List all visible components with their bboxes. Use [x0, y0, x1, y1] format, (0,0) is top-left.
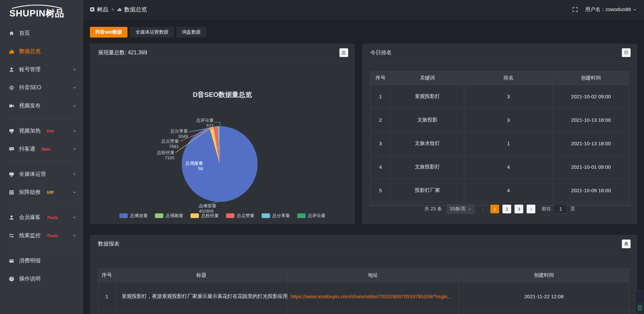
sidebar-item-spend-detail[interactable]: 消费明细	[0, 252, 83, 270]
sliders-icon	[9, 233, 14, 239]
chevron-down-icon	[72, 147, 76, 151]
sidebar-item-label: 线索监控	[19, 232, 41, 239]
video-link[interactable]: https://www.iesdouyin.com/share/video/70…	[287, 282, 459, 311]
table-view-button[interactable]: 表	[622, 240, 631, 248]
pie-chart-title: D音SEO数据量总览	[90, 90, 355, 99]
sidebar-item-label: 会员爆客	[19, 214, 41, 221]
pie-label-shares: 总分享量 3049	[170, 128, 188, 139]
sidebar-item-video-heat[interactable]: 视频加热 Hot	[0, 122, 83, 140]
sidebar-item-label: 视频发布	[19, 102, 41, 109]
legend-item-fans[interactable]: 总粉丝量	[191, 213, 219, 219]
sidebar-item-help[interactable]: ? 操作说明	[0, 270, 83, 288]
sidebar-item-label: 数据总览	[19, 48, 41, 55]
bar-chart-icon	[117, 7, 122, 12]
sidebar-menu: 首页 数据总览 账号管理 抖音SEO 视频发布 视频加热 Hot	[0, 24, 83, 288]
table-row[interactable]: 3 文旅水纹灯 1 2021-10-13 18:00	[371, 132, 629, 155]
prev-page-button[interactable]: ‹	[478, 205, 487, 213]
breadcrumb: 树品 > 数据总览	[90, 6, 147, 13]
rank-panel-header: 今日排名 日	[362, 44, 637, 62]
overview-panel: 展现量总数: 421,369 总 D音SEO数据量总览 总评论量 572 总分享…	[90, 44, 355, 224]
sidebar-item-lead-monitor[interactable]: 线索监控 Tools	[0, 226, 83, 245]
tab-douyin-seo-data[interactable]: 抖音seo数据	[90, 27, 127, 38]
page-button-2[interactable]: 2	[502, 205, 511, 213]
breadcrumb-page[interactable]: 数据总览	[117, 6, 147, 13]
monitor-icon	[9, 171, 14, 177]
video-title-cell: 景观投影灯，夜游景观投影灯厂家展示展示落花灯在花园里的灯光投影应用效果 #...	[116, 282, 287, 311]
table-row[interactable]: 5 投影灯厂家 4 2021-10-09 18:00	[371, 179, 629, 202]
sidebar-item-home[interactable]: 首页	[0, 24, 83, 42]
username-label: 用户名：zswodun88	[585, 6, 631, 13]
pagination: 共 23 条 10条/页 ‹ 1 2 3 › 前往 页	[362, 204, 637, 214]
pie-label-fans: 总粉丝量 7100	[157, 150, 174, 161]
goto-page-input[interactable]	[553, 204, 568, 214]
table-row[interactable]: 1 景观投影灯，夜游景观投影灯厂家展示展示落花灯在花园里的灯光投影应用效果 #.…	[98, 282, 629, 311]
report-table-header-row: 序号 标题 地址 创建时间	[98, 269, 629, 282]
sidebar-item-omnimedia[interactable]: 全媒体运营	[0, 165, 83, 183]
app-square-icon	[90, 7, 95, 12]
sidebar-item-label: 抖客通	[19, 146, 35, 153]
pie-label-videos: 总视频量 58	[185, 161, 203, 171]
rank-panel-title: 今日排名	[370, 49, 392, 56]
fullscreen-icon[interactable]	[572, 7, 578, 12]
impressions-total-label: 展现量总数: 421,369	[98, 49, 147, 56]
sidebar-item-data-overview[interactable]: 数据总览	[0, 42, 83, 60]
video-publish-icon	[9, 103, 14, 109]
sidebar-item-matrix-boost[interactable]: 矩阵助推 VIP	[0, 183, 83, 201]
pie-legend: 总播放量 总视频量 总粉丝量 总点赞量 总分享量 总评论量	[90, 213, 355, 219]
page-button-1[interactable]: 1	[490, 205, 499, 213]
tools-badge: Tools	[47, 215, 58, 220]
topbar-right: 用户名：zswodun88	[572, 6, 637, 13]
hot-badge: Hot	[47, 128, 54, 134]
menu-divider	[7, 161, 76, 162]
sidebar-item-label: 矩阵助推	[19, 189, 41, 196]
daily-view-button[interactable]: 日	[622, 48, 631, 57]
member-icon	[9, 215, 14, 220]
sidebar-item-douyin-seo[interactable]: 抖音SEO	[0, 78, 83, 97]
chevron-down-icon	[72, 215, 76, 219]
breadcrumb-separator: >	[111, 7, 114, 12]
sidebar-item-member-burst[interactable]: 会员爆客 Tools	[0, 208, 83, 226]
pie-label-comments: 总评论量 572	[196, 118, 214, 128]
menu-divider	[7, 205, 76, 205]
next-page-button[interactable]: ›	[527, 205, 535, 213]
page-button-3[interactable]: 3	[515, 205, 523, 213]
tab-inquiry-data[interactable]: 询盘数据	[176, 27, 206, 38]
breadcrumb-app[interactable]: 树品	[90, 6, 108, 13]
sidebar: SHUPIN树品 首页 数据总览 账号管理 抖音SEO 视频发布	[0, 0, 83, 314]
page-unit-label: 页	[570, 206, 575, 212]
data-tabs: 抖音seo数据 全媒体运营数据 询盘数据	[90, 27, 206, 38]
legend-item-shares[interactable]: 总分享量	[262, 213, 290, 219]
sidebar-item-label: 视频加热	[19, 127, 41, 135]
new-badge: New	[41, 147, 50, 152]
pie-label-likes: 总点赞量 7681	[161, 139, 179, 149]
grid-icon	[9, 190, 14, 195]
legend-item-videos[interactable]: 总视频量	[155, 213, 183, 219]
menu-divider	[7, 118, 76, 118]
table-row[interactable]: 1 景观投影灯 3 2021-10-02 09:00	[371, 85, 629, 108]
sidebar-item-account[interactable]: 账号管理	[0, 60, 83, 78]
floating-side-widget[interactable]	[635, 291, 644, 313]
legend-item-comments[interactable]: 总评论量	[297, 213, 325, 219]
topbar: 树品 > 数据总览 用户名：zswodun88	[83, 0, 644, 19]
bar-chart-icon	[9, 49, 14, 54]
goto-page: 前往 页	[541, 204, 575, 214]
tools-badge: Tools	[47, 233, 58, 238]
legend-item-plays[interactable]: 总播放量	[119, 213, 148, 219]
legend-item-likes[interactable]: 总点赞量	[226, 213, 254, 219]
tab-omnimedia-data[interactable]: 全媒体运营数据	[130, 27, 174, 38]
sidebar-item-doketong[interactable]: 抖客通 New	[0, 140, 83, 158]
user-icon	[9, 67, 14, 72]
sidebar-item-video-publish[interactable]: 视频发布	[0, 97, 83, 115]
goto-label: 前往	[541, 206, 551, 212]
page-size-select[interactable]: 10条/页	[446, 204, 475, 214]
chevron-down-icon	[72, 67, 76, 71]
total-view-button[interactable]: 总	[339, 48, 348, 57]
home-icon	[9, 31, 14, 36]
user-menu[interactable]: 用户名：zswodun88	[585, 6, 637, 13]
table-row[interactable]: 2 文旅投影 3 2021-10-13 18:00	[371, 108, 629, 132]
chevron-down-icon	[72, 86, 76, 90]
sidebar-item-label: 操作说明	[19, 275, 41, 282]
report-panel: 数据报表 表 序号 标题 地址 创建时间 1 景观投影灯，夜游景观投影灯厂家展示…	[90, 235, 637, 314]
table-row[interactable]: 4 文旅投影灯 4 2021-10-01 09:00	[371, 155, 629, 179]
gear-icon	[9, 85, 14, 91]
